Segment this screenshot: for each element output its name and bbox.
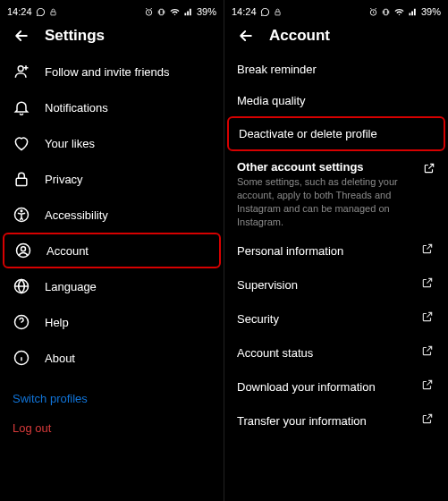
settings-header: Settings xyxy=(0,20,224,54)
section-title: Other account settings xyxy=(237,160,435,174)
account-item-deactivate[interactable]: Deactivate or delete profile xyxy=(227,116,445,151)
heart-icon xyxy=(13,134,30,152)
settings-item-label: Account xyxy=(46,244,89,258)
svg-point-3 xyxy=(18,66,23,72)
account-item-supervision[interactable]: Supervision xyxy=(224,267,448,301)
external-link-icon[interactable] xyxy=(423,162,435,178)
person-add-icon xyxy=(13,63,30,81)
alarm-icon xyxy=(144,7,154,17)
status-time: 14:24 xyxy=(7,6,32,17)
bell-icon xyxy=(13,98,30,116)
svg-rect-2 xyxy=(160,9,164,14)
back-arrow-icon[interactable] xyxy=(13,27,30,45)
help-icon xyxy=(13,313,30,331)
svg-point-8 xyxy=(21,247,26,251)
settings-item-likes[interactable]: Your likes xyxy=(0,125,224,161)
external-link-icon xyxy=(421,310,435,327)
other-account-settings-section: Other account settings Some settings, su… xyxy=(224,151,448,234)
account-item-label: Download your information xyxy=(237,380,376,394)
settings-item-language[interactable]: Language xyxy=(0,268,224,304)
account-item-label: Break reminder xyxy=(237,63,317,76)
external-link-icon xyxy=(421,344,435,361)
svg-rect-14 xyxy=(385,9,388,14)
lock-icon xyxy=(274,7,282,17)
svg-rect-12 xyxy=(275,12,279,15)
section-description: Some settings, such as deleting your acc… xyxy=(237,175,435,228)
settings-title: Settings xyxy=(45,27,105,45)
account-item-label: Account status xyxy=(237,346,313,360)
account-item-label: Deactivate or delete profile xyxy=(239,127,377,140)
accessibility-icon xyxy=(13,206,30,224)
settings-item-account[interactable]: Account xyxy=(3,233,221,268)
account-item-download[interactable]: Download your information xyxy=(224,369,448,403)
settings-item-follow[interactable]: Follow and invite friends xyxy=(0,54,224,89)
vibrate-icon xyxy=(156,7,166,17)
lock-icon xyxy=(49,7,57,17)
whatsapp-icon xyxy=(36,7,46,17)
account-item-label: Transfer your information xyxy=(237,414,367,428)
settings-item-label: Follow and invite friends xyxy=(45,65,169,79)
settings-item-label: Privacy xyxy=(45,173,83,186)
account-title: Account xyxy=(269,27,330,45)
settings-item-help[interactable]: Help xyxy=(0,304,224,340)
log-out-link[interactable]: Log out xyxy=(0,414,224,442)
status-bar: 14:24 39% xyxy=(0,0,224,20)
settings-item-about[interactable]: About xyxy=(0,340,224,376)
external-link-icon xyxy=(421,378,435,395)
settings-item-notifications[interactable]: Notifications xyxy=(0,89,224,125)
settings-item-label: About xyxy=(45,352,75,365)
account-item-media-quality[interactable]: Media quality xyxy=(224,85,448,116)
settings-item-accessibility[interactable]: Accessibility xyxy=(0,197,224,233)
settings-item-label: Accessibility xyxy=(45,208,108,222)
account-item-label: Security xyxy=(237,312,279,326)
settings-item-label: Language xyxy=(45,280,97,293)
switch-profiles-link[interactable]: Switch profiles xyxy=(0,383,224,414)
settings-item-label: Your likes xyxy=(45,137,95,150)
whatsapp-icon xyxy=(260,7,270,17)
account-item-account-status[interactable]: Account status xyxy=(224,335,448,369)
external-link-icon xyxy=(421,412,435,429)
info-icon xyxy=(13,349,30,367)
globe-icon xyxy=(13,277,30,295)
signal-icon xyxy=(183,7,194,17)
account-screen: 14:24 39% Account Break reminder Media q… xyxy=(224,0,448,501)
status-bar: 14:24 39% xyxy=(224,0,448,20)
signal-icon xyxy=(408,7,418,17)
lock-icon xyxy=(13,170,30,188)
settings-item-privacy[interactable]: Privacy xyxy=(0,161,224,197)
settings-item-label: Notifications xyxy=(45,101,108,115)
account-item-personal-info[interactable]: Personal information xyxy=(224,234,448,267)
external-link-icon xyxy=(421,276,435,293)
svg-point-6 xyxy=(21,210,22,212)
vibrate-icon xyxy=(381,7,391,17)
alarm-icon xyxy=(368,7,378,17)
account-item-transfer[interactable]: Transfer your information xyxy=(224,403,448,437)
account-item-label: Personal information xyxy=(237,244,343,258)
account-item-break-reminder[interactable]: Break reminder xyxy=(224,54,448,85)
back-arrow-icon[interactable] xyxy=(237,27,255,45)
account-icon xyxy=(14,242,32,259)
account-item-security[interactable]: Security xyxy=(224,301,448,335)
battery-percent: 39% xyxy=(421,6,441,17)
svg-rect-0 xyxy=(50,12,55,15)
settings-item-label: Help xyxy=(45,316,69,329)
status-time: 14:24 xyxy=(232,6,257,17)
wifi-icon xyxy=(393,7,405,17)
account-header: Account xyxy=(224,20,448,54)
wifi-icon xyxy=(169,7,181,17)
account-item-label: Supervision xyxy=(237,278,298,292)
external-link-icon xyxy=(421,242,435,259)
battery-percent: 39% xyxy=(197,6,216,17)
svg-rect-4 xyxy=(16,178,27,185)
account-item-label: Media quality xyxy=(237,94,306,107)
settings-screen: 14:24 39% Settings Follow and invite fri… xyxy=(0,0,224,501)
